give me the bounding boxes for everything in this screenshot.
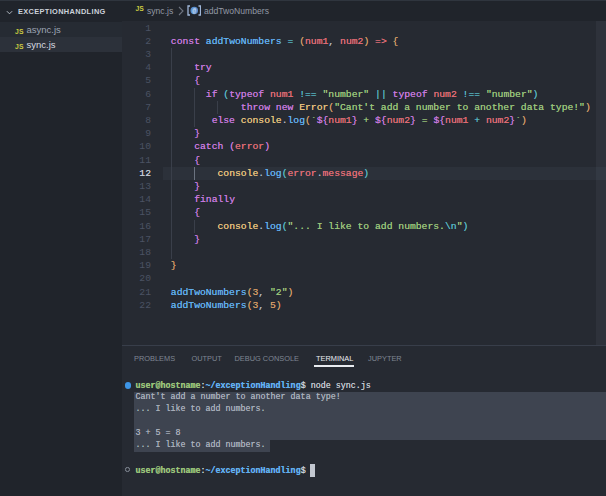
svg-text:@: @ [192,8,196,15]
